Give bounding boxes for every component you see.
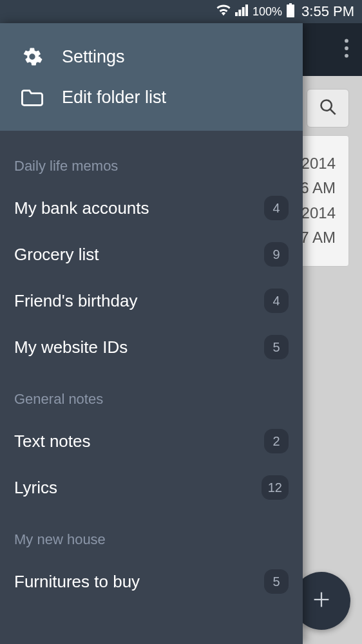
drawer-section-title: Daily life memos bbox=[0, 137, 303, 185]
search-button[interactable] bbox=[307, 89, 349, 128]
svg-point-1 bbox=[345, 46, 348, 50]
drawer-section-title: General notes bbox=[0, 370, 303, 418]
drawer-item-settings[interactable]: Settings bbox=[0, 36, 303, 77]
battery-percent: 100% bbox=[252, 5, 282, 19]
plus-icon bbox=[310, 589, 332, 613]
drawer-item-text-notes[interactable]: Text notes 2 bbox=[0, 418, 303, 464]
drawer-item-label: Furnitures to buy bbox=[14, 572, 140, 592]
drawer-body: Daily life memos My bank accounts 4 Groc… bbox=[0, 131, 303, 644]
drawer-item-bank-accounts[interactable]: My bank accounts 4 bbox=[0, 185, 303, 231]
drawer-item-label: Grocery list bbox=[14, 245, 99, 265]
drawer-item-furnitures[interactable]: Furnitures to buy 5 bbox=[0, 558, 303, 605]
count-badge: 4 bbox=[264, 289, 289, 313]
drawer-item-grocery-list[interactable]: Grocery list 9 bbox=[0, 231, 303, 278]
svg-point-2 bbox=[345, 54, 348, 58]
svg-point-3 bbox=[321, 100, 332, 111]
search-icon bbox=[319, 98, 337, 118]
drawer-item-friends-birthday[interactable]: Friend's birthday 4 bbox=[0, 278, 303, 324]
clock-text: 3:55 PM bbox=[301, 3, 354, 20]
svg-line-4 bbox=[330, 109, 336, 115]
count-badge: 5 bbox=[264, 335, 289, 359]
drawer-header-label: Settings bbox=[62, 47, 125, 67]
battery-icon bbox=[286, 3, 295, 21]
drawer-item-edit-folders[interactable]: Edit folder list bbox=[0, 77, 303, 118]
wifi-icon bbox=[216, 5, 231, 19]
drawer-item-lyrics[interactable]: Lyrics 12 bbox=[0, 464, 303, 511]
drawer-header-label: Edit folder list bbox=[62, 88, 166, 108]
count-badge: 2 bbox=[264, 429, 289, 453]
drawer-section-title: My new house bbox=[0, 511, 303, 558]
count-badge: 9 bbox=[264, 242, 289, 267]
gear-icon bbox=[19, 46, 45, 67]
svg-point-0 bbox=[345, 39, 348, 43]
navigation-drawer: Settings Edit folder list Daily life mem… bbox=[0, 23, 303, 644]
count-badge: 4 bbox=[264, 196, 289, 220]
status-bar: 100% 3:55 PM bbox=[0, 0, 362, 23]
drawer-item-label: Friend's birthday bbox=[14, 291, 137, 311]
signal-icon bbox=[234, 5, 249, 19]
folder-icon bbox=[19, 90, 45, 106]
drawer-item-label: Text notes bbox=[14, 431, 91, 451]
drawer-item-label: Lyrics bbox=[14, 478, 57, 498]
drawer-item-website-ids[interactable]: My website IDs 5 bbox=[0, 324, 303, 370]
count-badge: 12 bbox=[262, 475, 289, 500]
drawer-item-label: My bank accounts bbox=[14, 198, 149, 218]
overflow-menu-icon[interactable] bbox=[344, 39, 349, 61]
count-badge: 5 bbox=[264, 569, 289, 594]
drawer-item-label: My website IDs bbox=[14, 337, 128, 357]
drawer-header: Settings Edit folder list bbox=[0, 23, 303, 131]
